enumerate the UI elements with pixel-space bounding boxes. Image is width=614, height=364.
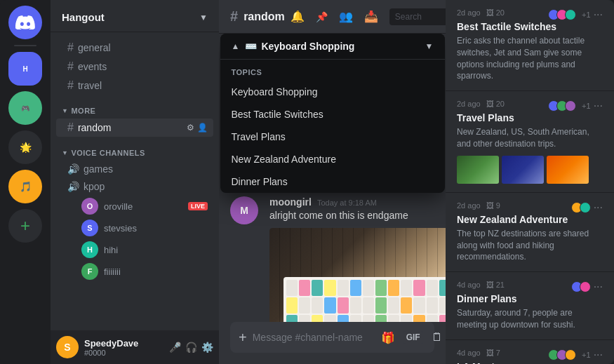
voice-channel-games[interactable]: 🔊 games [56, 161, 213, 177]
voice-channel-kpop[interactable]: 🔊 kpop [56, 178, 213, 195]
gift-icon[interactable]: 🎁 [381, 331, 395, 344]
messages-area: R ray Today at 9:18 AM nah it's tactile … [219, 34, 446, 322]
key-15 [286, 297, 298, 314]
server-icon-3[interactable]: 🌟 [8, 130, 42, 164]
headphones-button[interactable]: 🎧 [185, 342, 197, 353]
channel-name-random: random [78, 122, 111, 133]
rp-title-2: Travel Plans [457, 112, 603, 123]
dropdown-keyboard-icon: ⌨️ [245, 41, 257, 52]
main-content: # random 🔔 📌 👥 📥 Search 🔍 🖥 ❓ R ray Toda… [219, 0, 446, 364]
channel-sidebar: Hangout ▼ # general # events # travel ▼ … [51, 0, 219, 364]
gif-button[interactable]: GIF [403, 331, 423, 344]
channel-name-events: events [78, 61, 107, 72]
inbox-icon[interactable]: 📥 [364, 10, 378, 23]
topic-item-dinner-plans[interactable]: Dinner Plans [220, 170, 445, 193]
server-icon-4[interactable]: 🎵 [8, 170, 42, 203]
rp-count-badge-5: +1 [582, 351, 591, 359]
topic-item-keyboard-shopping[interactable]: Keyboard Shopping [220, 81, 445, 103]
key-18 [324, 297, 335, 314]
mic-button[interactable]: 🎤 [169, 342, 181, 353]
speaker-icon: 🔊 [67, 163, 79, 175]
rp-menu-4[interactable]: ··· [594, 281, 603, 293]
key-11 [413, 280, 425, 296]
key-21 [363, 297, 374, 314]
discord-home-button[interactable] [8, 6, 42, 39]
dropdown-header: ▲ ⌨️ Keyboard Shopping ▼ [220, 34, 445, 60]
rp-avatar-3b [580, 202, 591, 213]
key-37 [388, 315, 399, 322]
topic-item-nz-adventure[interactable]: New Zealand Adventure [220, 148, 445, 170]
rp-menu-1[interactable]: ··· [594, 8, 603, 21]
voice-member-stevsies[interactable]: S stevsies [56, 217, 213, 238]
voice-member-hihi[interactable]: H hihi [56, 239, 213, 260]
topic-item-travel-plans[interactable]: Travel Plans [220, 126, 445, 148]
channel-item-travel[interactable]: # travel [56, 76, 213, 95]
rp-time-3: 2d ago [457, 201, 481, 210]
rp-item-best-tactile[interactable]: 2d ago 🖼 20 +1 ··· Best Tactile Switches… [446, 0, 614, 91]
server-header[interactable]: Hangout ▼ [51, 0, 219, 32]
user-panel: S SpeedyDave #0000 🎤 🎧 ⚙️ [51, 330, 219, 364]
dropdown-collapse-icon[interactable]: ▲ [232, 41, 240, 51]
key-22 [375, 297, 387, 314]
rp-item-nz-adventure[interactable]: 2d ago 🖼 9 ··· New Zealand Adventure The… [446, 193, 614, 272]
rp-avatar-4b [580, 281, 591, 292]
key-24 [401, 297, 412, 314]
add-server-button[interactable]: + [8, 209, 42, 243]
rp-item-travel-plans[interactable]: 2d ago 🖼 20 +1 ··· Travel Plans New Zeal… [446, 91, 614, 193]
voice-member-oroville[interactable]: O oroville LIVE [56, 196, 213, 217]
rp-item-dinner-plans[interactable]: 4d ago 🖼 21 ··· Dinner Plans Saturday, a… [446, 272, 614, 340]
more-section-header[interactable]: ▼ More [51, 95, 219, 118]
rp-thumbnails-2 [457, 156, 603, 184]
bell-icon[interactable]: 🔔 [291, 10, 305, 23]
message-text-m6: alright come on this is endgame [269, 209, 446, 223]
rp-avatars-2 [548, 100, 576, 112]
settings-button[interactable]: ⚙️ [201, 342, 213, 353]
key-9 [388, 280, 399, 296]
server-icon-2[interactable]: 🎮 [8, 91, 42, 125]
add-attachment-button[interactable]: + [239, 330, 247, 346]
rp-count-4: 🖼 21 [486, 281, 505, 289]
server-icon-1[interactable]: H [8, 52, 42, 86]
rp-row-1: 2d ago 🖼 20 +1 ··· [457, 8, 603, 21]
members-icon[interactable]: 👥 [339, 10, 353, 23]
channel-item-random[interactable]: # random ⚙ 👤 [56, 119, 213, 137]
pin-icon[interactable]: 📌 [316, 11, 328, 22]
dropdown-expand-icon[interactable]: ▼ [425, 41, 434, 51]
key-2 [299, 280, 310, 296]
server-sidebar: H 🎮 🌟 🎵 + [0, 0, 51, 364]
topics-section-label: TOPICS [220, 60, 445, 81]
channel-add-icon[interactable]: 👤 [197, 123, 208, 133]
key-13 [439, 280, 446, 296]
current-user-name: SpeedyDave [84, 338, 163, 349]
channel-settings-icon[interactable]: ⚙ [187, 123, 194, 133]
rp-avatar-2c [565, 100, 576, 112]
rp-count-2: 🖼 20 [486, 100, 505, 108]
channel-name-general: general [78, 42, 111, 53]
rp-thumb-city [502, 156, 544, 184]
topic-item-best-tactile[interactable]: Best Tactile Switches [220, 103, 445, 126]
rp-menu-2[interactable]: ··· [594, 100, 603, 112]
keyboard-keys-visual [283, 277, 446, 322]
sticker-icon[interactable]: 🗒 [432, 331, 443, 344]
key-33 [338, 315, 349, 322]
voice-chevron-icon: ▼ [62, 149, 68, 156]
voice-section-header[interactable]: ▼ Voice Channels [51, 137, 219, 160]
voice-member-fiiiiiii[interactable]: F fiiiiiii [56, 261, 213, 282]
key-34 [350, 315, 361, 322]
rp-row-2: 2d ago 🖼 20 +1 ··· [457, 100, 603, 112]
key-6 [350, 280, 361, 296]
message-input[interactable] [253, 332, 375, 343]
rp-time-5: 4d ago [457, 349, 481, 357]
channel-item-general[interactable]: # general [56, 39, 213, 57]
rp-title-5: LA Meetup [457, 361, 603, 364]
rp-desc-2: New Zealand, US, South American, and oth… [457, 126, 603, 150]
voice-member-stevsies-name: stevsies [104, 223, 137, 234]
rp-menu-3[interactable]: ··· [594, 201, 603, 214]
channel-item-events[interactable]: # events [56, 58, 213, 76]
key-36 [375, 315, 387, 322]
rp-menu-5[interactable]: ··· [594, 349, 603, 361]
rp-desc-3: The top NZ destinations are shared along… [457, 228, 603, 263]
rp-item-la-meetup[interactable]: 4d ago 🖼 7 +1 ··· LA Meetup Friends disc… [446, 340, 614, 364]
server-divider [14, 45, 36, 46]
rp-count-5: 🖼 7 [486, 349, 500, 357]
